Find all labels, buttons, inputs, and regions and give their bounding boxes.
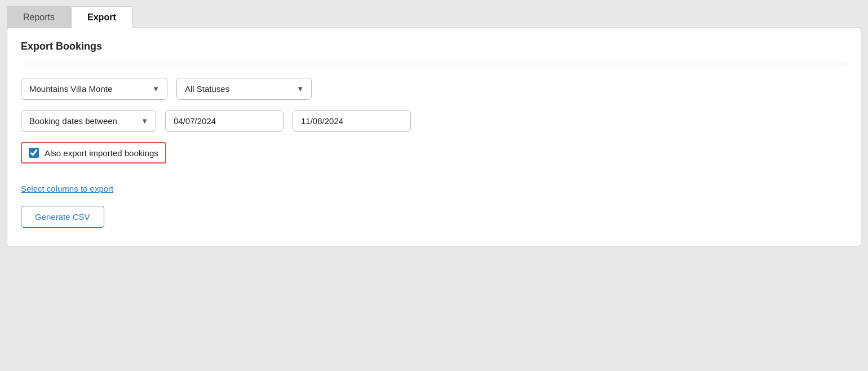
date-type-dropdown[interactable]: Booking dates between Arrival dates betw… <box>21 110 156 132</box>
status-dropdown[interactable]: All Statuses Confirmed Pending Cancelled <box>176 78 312 100</box>
tabs-bar: Reports Export <box>0 0 868 28</box>
also-export-text: Also export imported bookings <box>45 148 158 158</box>
status-dropdown-wrapper: All Statuses Confirmed Pending Cancelled… <box>176 78 312 100</box>
select-columns-link[interactable]: Select columns to export <box>21 184 847 193</box>
date-from-input[interactable] <box>165 110 284 132</box>
tab-reports-label: Reports <box>23 12 55 22</box>
generate-csv-label: Generate CSV <box>35 212 90 222</box>
property-dropdown-wrapper: Mountains Villa Monte ▼ <box>21 78 167 100</box>
tab-reports[interactable]: Reports <box>7 6 71 28</box>
row-property-status: Mountains Villa Monte ▼ All Statuses Con… <box>21 78 847 100</box>
main-card: Export Bookings Mountains Villa Monte ▼ … <box>7 28 861 246</box>
date-type-dropdown-wrapper: Booking dates between Arrival dates betw… <box>21 110 156 132</box>
date-to-input[interactable] <box>293 110 411 132</box>
also-export-row: Also export imported bookings <box>21 142 847 175</box>
card-title: Export Bookings <box>21 41 847 52</box>
generate-csv-button[interactable]: Generate CSV <box>21 206 104 228</box>
property-dropdown[interactable]: Mountains Villa Monte <box>21 78 167 100</box>
also-export-checkbox[interactable] <box>29 148 39 158</box>
divider <box>21 64 847 64</box>
select-columns-link-text: Select columns to export <box>21 184 113 193</box>
page-wrapper: Reports Export Export Bookings Mountains… <box>0 0 868 371</box>
tab-export-label: Export <box>87 12 116 22</box>
tab-export[interactable]: Export <box>71 6 132 28</box>
also-export-label[interactable]: Also export imported bookings <box>21 142 166 164</box>
row-dates: Booking dates between Arrival dates betw… <box>21 110 847 132</box>
